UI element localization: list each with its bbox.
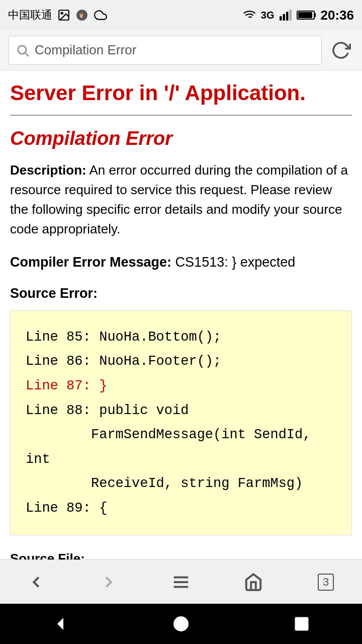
home-system-button[interactable] [172, 615, 190, 633]
signal-icon [279, 9, 293, 22]
svg-rect-6 [283, 14, 285, 21]
photo-icon [57, 9, 70, 22]
search-input-text: Compilation Error [35, 42, 136, 58]
search-box[interactable]: Compilation Error [8, 36, 322, 65]
cloud-icon [94, 9, 108, 22]
svg-point-1 [61, 13, 63, 14]
status-right: 3G 20:36 [242, 8, 354, 23]
system-nav-bar [0, 604, 362, 644]
page-content: Server Error in '/' Application. Compila… [0, 70, 362, 644]
code-line-86: Line 86: NuoHa.Footer(); [26, 349, 336, 374]
svg-line-13 [25, 53, 28, 56]
tabs-button[interactable]: 3 [301, 567, 351, 597]
source-error-label: Source Error: [10, 286, 352, 301]
compilation-error-heading: Compilation Error [10, 128, 352, 149]
forward-button[interactable] [83, 567, 134, 597]
svg-point-12 [18, 45, 26, 53]
source-code-block: Line 85: NuoHa.Bottom(); Line 86: NuoHa.… [10, 310, 352, 535]
code-line-85: Line 85: NuoHa.Bottom(); [26, 325, 336, 350]
svg-rect-7 [286, 12, 288, 21]
svg-rect-19 [296, 618, 308, 630]
home-button[interactable] [228, 567, 279, 597]
back-button[interactable] [11, 567, 61, 597]
server-error-title: Server Error in '/' Application. [10, 80, 352, 106]
svg-rect-10 [314, 13, 316, 17]
status-bar: 中国联通 🦉 3G 20:36 [0, 0, 362, 30]
divider [10, 115, 352, 116]
svg-rect-11 [298, 12, 312, 18]
code-line-89: Line 89: { [26, 496, 336, 521]
description-label: Description: [10, 163, 86, 178]
compiler-error-text: CS1513: } expected [171, 255, 295, 270]
wifi-icon [242, 9, 257, 22]
code-line-88: Line 88: public voidFarmSendMessage(int … [26, 398, 336, 496]
notification-icon: 🦉 [75, 9, 88, 22]
svg-point-18 [174, 617, 188, 631]
code-line-87-error: Line 87: } [26, 374, 336, 398]
network-type: 3G [261, 10, 275, 21]
browser-nav-bar: 3 [0, 559, 362, 604]
compiler-error-message: Compiler Error Message: CS1513: } expect… [10, 252, 352, 273]
recents-system-button[interactable] [293, 615, 311, 633]
svg-rect-5 [280, 16, 282, 21]
carrier-text: 中国联通 [8, 8, 52, 23]
search-icon [16, 43, 30, 57]
battery-icon [297, 9, 317, 22]
address-bar: Compilation Error [0, 30, 362, 70]
svg-text:🦉: 🦉 [78, 12, 85, 19]
back-system-button[interactable] [51, 615, 69, 633]
time-display: 20:36 [321, 8, 354, 23]
description-block: Description: An error occurred during th… [10, 160, 352, 239]
menu-button[interactable] [156, 567, 206, 597]
svg-rect-8 [289, 10, 291, 21]
compiler-error-label: Compiler Error Message: [10, 255, 171, 270]
svg-marker-17 [57, 618, 63, 630]
reload-button[interactable] [328, 37, 354, 63]
tabs-count[interactable]: 3 [318, 574, 334, 591]
status-left: 中国联通 🦉 [8, 8, 108, 23]
